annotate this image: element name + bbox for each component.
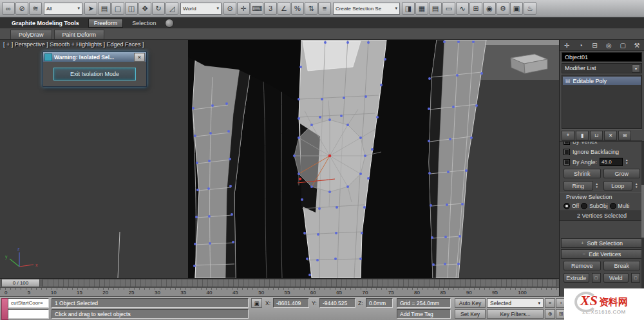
make-unique-icon[interactable]: ⊔ <box>590 131 603 140</box>
reference-coordinate-dropdown[interactable]: World ▾ <box>180 3 222 15</box>
weld-button[interactable]: Weld <box>603 273 629 283</box>
ribbon-panel-bar: PolyDraw Paint Deform <box>0 28 644 40</box>
tab-freeform[interactable]: Freeform <box>88 19 124 28</box>
close-icon[interactable]: × <box>134 53 145 62</box>
window-crossing-icon[interactable]: ◫ <box>125 2 138 15</box>
selection-filter-dropdown[interactable]: All ▾ <box>44 3 82 15</box>
z-coordinate-field[interactable]: 0.0mm <box>366 298 393 308</box>
configure-modifier-sets-icon[interactable]: ⊞ <box>618 131 631 140</box>
mirror-icon[interactable]: ◨ <box>402 2 415 15</box>
show-end-result-icon[interactable]: ▮ <box>576 131 589 140</box>
dropdown-arrow-icon: ▾ <box>216 6 219 11</box>
material-editor-icon[interactable]: ◉ <box>483 2 496 15</box>
named-selection-sets-icon[interactable]: ≡ <box>318 2 331 15</box>
grow-button[interactable]: Grow <box>603 169 641 178</box>
key-filters-button[interactable]: Key Filters... <box>487 309 544 319</box>
selection-lock-icon[interactable]: ▣ <box>251 298 262 308</box>
break-button[interactable]: Break <box>603 261 641 270</box>
key-mode-dropdown[interactable]: Selected ▾ <box>487 298 544 308</box>
stack-item-editable-poly[interactable]: ▤ Editable Poly <box>563 77 641 85</box>
motion-panel-icon[interactable]: ◎ <box>603 41 614 50</box>
object-name-field[interactable]: Object01 <box>562 52 642 62</box>
by-vertex-checkbox[interactable] <box>564 142 570 145</box>
angle-spinner[interactable]: ▲▼ <box>625 159 630 165</box>
subtab-polydraw[interactable]: PolyDraw <box>10 30 52 39</box>
remove-button[interactable]: Remove <box>564 261 601 270</box>
by-angle-checkbox[interactable] <box>564 159 570 165</box>
unlink-selection-icon[interactable]: ⊘ <box>15 2 28 15</box>
z-coordinate-label: Z: <box>358 300 363 306</box>
ribbon-minimize-icon[interactable] <box>165 19 174 28</box>
x-coordinate-field[interactable]: -8681.409 <box>273 298 309 308</box>
named-selection-set-combo[interactable]: Create Selection Se ▾ <box>333 3 400 15</box>
spinner-snap-icon[interactable]: ⇅ <box>305 2 317 15</box>
snap-toggle-icon[interactable]: 3 <box>264 2 277 15</box>
select-by-name-icon[interactable]: ▤ <box>98 2 111 15</box>
exit-isolation-mode-button[interactable]: Exit Isolation Mode <box>53 68 136 80</box>
auto-key-button[interactable]: Auto Key <box>455 298 486 308</box>
rectangular-selection-region-icon[interactable]: ▢ <box>111 2 124 15</box>
remove-modifier-icon[interactable]: ✕ <box>604 131 617 140</box>
select-object-icon[interactable]: ➤ <box>84 2 97 15</box>
angle-value-field[interactable]: 45.0 <box>600 158 623 166</box>
y-coordinate-field[interactable]: -9440.525 <box>319 298 355 308</box>
maxscript-mini-listener-line2[interactable] <box>8 309 49 319</box>
ring-button[interactable]: Ring <box>564 181 593 191</box>
display-panel-icon[interactable]: ▢ <box>618 41 628 50</box>
edit-vertices-rollout-header[interactable]: − Edit Vertices <box>561 249 643 259</box>
modify-panel-icon[interactable]: ◔ <box>576 41 586 50</box>
go-to-start-icon[interactable]: « <box>545 298 555 308</box>
set-key-button[interactable]: Set Key <box>455 309 486 319</box>
track-bar[interactable]: 0510152025303540455055606570758085909510… <box>0 287 559 296</box>
subtab-paint-deform[interactable]: Paint Deform <box>54 30 105 39</box>
time-slider-track[interactable] <box>43 279 556 287</box>
viewport-label[interactable]: [ + ] Perspective ] Smooth + Highlights … <box>3 41 144 48</box>
maxscript-mini-listener[interactable]: cutStartCoor= <box>8 298 49 308</box>
curve-editor-icon[interactable]: ∿ <box>456 2 469 15</box>
use-pivot-point-center-icon[interactable]: ⊙ <box>223 2 236 15</box>
select-and-manipulate-icon[interactable]: ✛ <box>237 2 250 15</box>
graphite-ribbon-toggle-icon[interactable]: ▭ <box>442 2 455 15</box>
loop-spinner[interactable]: ▲▼ <box>635 183 640 189</box>
layer-manager-icon[interactable]: ▤ <box>429 2 442 15</box>
percent-snap-icon[interactable]: % <box>291 2 304 15</box>
ignore-backfacing-checkbox[interactable] <box>564 149 570 155</box>
hierarchy-panel-icon[interactable]: ⊟ <box>590 41 600 50</box>
keyboard-shortcut-override-icon[interactable]: ⌨ <box>251 2 263 15</box>
rendered-frame-icon[interactable]: ▣ <box>510 2 523 15</box>
ring-spinner[interactable]: ▲▼ <box>596 183 601 189</box>
create-panel-icon[interactable]: ✛ <box>562 41 572 50</box>
add-time-tag-field[interactable]: Add Time Tag <box>397 309 451 319</box>
angle-snap-icon[interactable]: ∠ <box>278 2 290 15</box>
tab-selection[interactable]: Selection <box>127 19 161 27</box>
time-slider-handle[interactable]: 0 / 100 <box>1 279 40 287</box>
extrude-settings-icon[interactable]: □ <box>592 273 601 283</box>
shrink-grow-row: Shrink Grow <box>560 167 644 180</box>
modifier-list-dropdown[interactable]: Modifier List ▾ <box>562 63 642 73</box>
select-and-scale-icon[interactable]: ◿ <box>166 2 178 15</box>
panel-scrollbar[interactable] <box>641 142 644 296</box>
modifier-stack[interactable]: ▤ Editable Poly <box>562 75 642 129</box>
perspective-viewport[interactable]: x y z [ + ] Perspective ] Smooth + Highl… <box>0 40 559 278</box>
render-setup-icon[interactable]: ⚙ <box>497 2 509 15</box>
extrude-button[interactable]: Extrude <box>564 273 589 283</box>
bind-to-space-warp-icon[interactable]: ≋ <box>29 2 42 15</box>
render-production-icon[interactable]: ♨ <box>524 2 536 15</box>
select-and-rotate-icon[interactable]: ↻ <box>152 2 165 15</box>
dialog-title-bar[interactable]: Warning: Isolated Sel... × <box>43 52 146 62</box>
soft-selection-rollout-header[interactable]: + Soft Selection <box>561 238 643 248</box>
select-and-move-icon[interactable]: ✥ <box>138 2 151 15</box>
zoom-icon[interactable]: ⊕ <box>545 309 555 319</box>
preview-off-radio[interactable] <box>564 203 570 209</box>
schematic-view-icon[interactable]: ⊞ <box>469 2 482 15</box>
preview-multi-radio[interactable] <box>610 203 616 209</box>
select-and-link-icon[interactable]: ∞ <box>2 2 15 15</box>
utilities-panel-icon[interactable]: ⚒ <box>632 41 642 50</box>
preview-subobj-radio[interactable] <box>581 203 587 209</box>
shrink-button[interactable]: Shrink <box>564 169 601 178</box>
pin-stack-icon[interactable]: ⌖ <box>562 131 574 140</box>
weld-settings-icon[interactable]: □ <box>631 273 640 283</box>
loop-button[interactable]: Loop <box>603 181 633 191</box>
align-icon[interactable]: ▦ <box>415 2 428 15</box>
tab-graphite-modeling-tools[interactable]: Graphite Modeling Tools <box>6 19 84 27</box>
